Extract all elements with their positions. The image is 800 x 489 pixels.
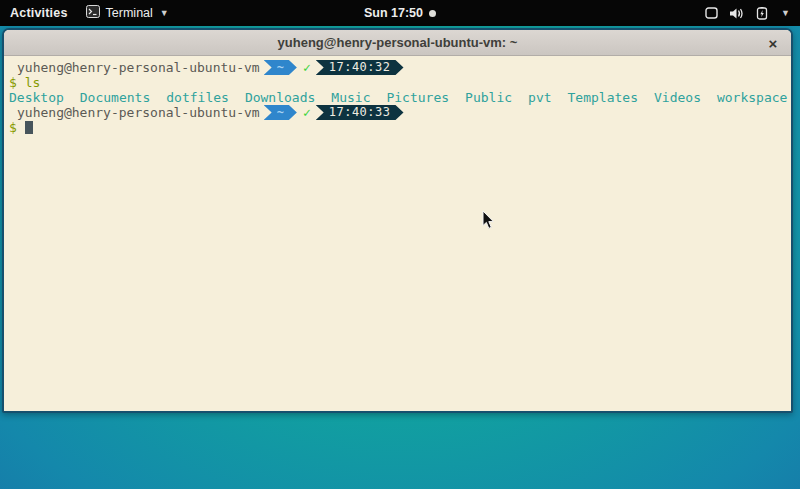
current-command-line[interactable]: $	[9, 120, 787, 135]
prompt-path-segment: ~	[264, 105, 297, 120]
activities-button[interactable]: Activities	[10, 6, 68, 20]
prompt-dollar: $	[9, 75, 17, 90]
terminal-content[interactable]: yuheng@henry-personal-ubuntu-vm ~ ✓ 17:4…	[4, 56, 791, 412]
chevron-down-icon: ▼	[160, 8, 169, 18]
prompt-time-segment: 17:40:32	[316, 60, 404, 75]
prompt-line: yuheng@henry-personal-ubuntu-vm ~ ✓ 17:4…	[9, 60, 787, 75]
directory-name: dotfiles	[166, 90, 229, 105]
clock-label: Sun 17:50	[364, 6, 423, 20]
recording-indicator-icon	[429, 10, 436, 17]
directory-name: workspace	[717, 90, 787, 105]
prompt-dollar: $	[9, 120, 17, 135]
window-title-bar[interactable]: yuheng@henry-personal-ubuntu-vm: ~ ×	[4, 30, 791, 56]
text-cursor	[25, 121, 33, 134]
mouse-pointer-icon	[482, 211, 495, 234]
prompt-line: yuheng@henry-personal-ubuntu-vm ~ ✓ 17:4…	[9, 105, 787, 120]
ls-output: DesktopDocumentsdotfilesDownloadsMusicPi…	[9, 90, 787, 105]
command-line: $ ls	[9, 75, 787, 90]
battery-charging-icon	[755, 7, 770, 20]
directory-name: Templates	[568, 90, 638, 105]
directory-name: Music	[331, 90, 370, 105]
app-menu-label: Terminal	[106, 6, 153, 20]
display-icon	[705, 7, 718, 19]
prompt-user-host: yuheng@henry-personal-ubuntu-vm	[9, 105, 260, 120]
window-title: yuheng@henry-personal-ubuntu-vm: ~	[278, 35, 518, 50]
close-icon[interactable]: ×	[764, 30, 782, 56]
terminal-window: yuheng@henry-personal-ubuntu-vm: ~ × yuh…	[2, 28, 793, 413]
prompt-status-check-icon: ✓	[303, 105, 311, 120]
directory-name: Public	[465, 90, 512, 105]
directory-name: Documents	[80, 90, 150, 105]
prompt-path-segment: ~	[264, 60, 297, 75]
prompt-time-segment: 17:40:33	[316, 105, 404, 120]
volume-icon	[729, 7, 744, 20]
directory-name: Pictures	[386, 90, 449, 105]
terminal-app-icon	[86, 5, 100, 21]
directory-name: Videos	[654, 90, 701, 105]
chevron-down-icon[interactable]: ▼	[781, 8, 790, 18]
prompt-status-check-icon: ✓	[303, 60, 311, 75]
directory-name: Desktop	[9, 90, 64, 105]
top-bar: Activities Terminal ▼ Sun 17:50	[0, 0, 800, 26]
directory-name: Downloads	[245, 90, 315, 105]
app-menu[interactable]: Terminal ▼	[86, 5, 169, 21]
system-status-area[interactable]: ▼	[705, 0, 794, 26]
directory-name: pvt	[528, 90, 551, 105]
command-text: ls	[25, 75, 41, 90]
prompt-user-host: yuheng@henry-personal-ubuntu-vm	[9, 60, 260, 75]
